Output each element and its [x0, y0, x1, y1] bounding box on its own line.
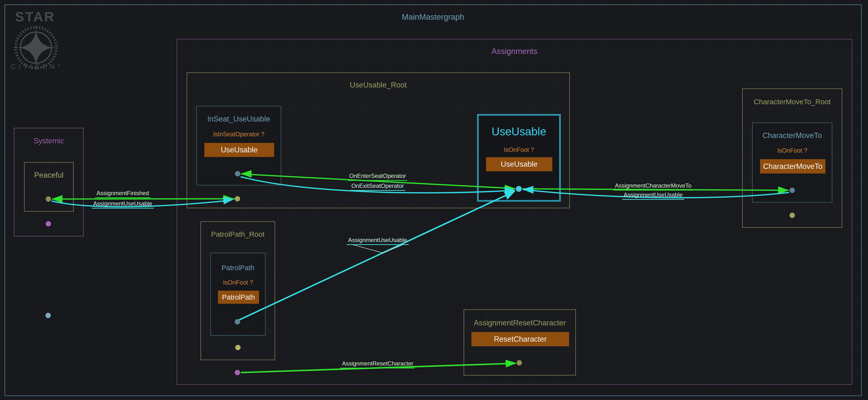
- assignments-exit-port[interactable]: [235, 370, 240, 375]
- patrol-path-root-port[interactable]: [235, 345, 241, 350]
- patrol-path-title: PatrolPath: [211, 264, 265, 272]
- canvas-port[interactable]: [45, 313, 51, 318]
- mastergraph-title: MainMastergraph: [5, 12, 861, 22]
- in-seat-use-usable-title: InSeat_UseUsable: [197, 115, 281, 123]
- graph-canvas[interactable]: STAR CITIZEN® MainMastergraph Assignment…: [0, 0, 868, 400]
- in-seat-action-button[interactable]: UseUsable: [204, 143, 274, 157]
- character-move-to-root-port[interactable]: [789, 213, 795, 218]
- edge-label-assignment-finished: AssignmentFinished: [95, 190, 150, 198]
- patrol-path-action-button[interactable]: PatrolPath: [218, 290, 259, 304]
- character-move-to-condition: IsOnFoot ?: [752, 147, 832, 154]
- edge-label-assignment-use-usable-right: AssignmentUseUsable: [622, 191, 684, 200]
- assignment-reset-character-group[interactable]: AssignmentResetCharacter ResetCharacter: [464, 309, 576, 375]
- peaceful-node[interactable]: Peaceful: [24, 162, 74, 212]
- use-usable-root-port[interactable]: [235, 196, 240, 202]
- reset-character-port[interactable]: [517, 360, 522, 366]
- peaceful-port[interactable]: [46, 196, 51, 202]
- character-move-to-port[interactable]: [789, 188, 795, 193]
- systemic-port[interactable]: [46, 221, 51, 226]
- use-usable-title: UseUsable: [479, 125, 559, 138]
- in-seat-condition: IsInSeatOperator ?: [197, 131, 281, 138]
- assignments-title: Assignments: [177, 47, 852, 56]
- patrol-path-condition: IsOnFoot ?: [211, 279, 265, 286]
- character-move-to-action-button[interactable]: CharacterMoveTo: [760, 159, 826, 174]
- assignment-reset-character-title: AssignmentResetCharacter: [464, 318, 576, 327]
- character-move-to-title: CharacterMoveTo: [752, 131, 832, 140]
- edge-label-assignment-use-usable-patrol: AssignmentUseUsable: [347, 237, 409, 245]
- use-usable-port[interactable]: [516, 186, 522, 192]
- patrol-path-port[interactable]: [235, 319, 240, 325]
- edge-label-on-exit-seat-operator: OnExitSeatOperator: [350, 183, 405, 191]
- edge-label-assignment-reset-character: AssignmentResetCharacter: [340, 360, 414, 368]
- edge-label-assignment-character-move-to: AssignmentCharacterMoveTo: [614, 182, 693, 190]
- use-usable-root-title: UseUsable_Root: [187, 81, 569, 89]
- peaceful-title: Peaceful: [25, 171, 73, 180]
- use-usable-condition: IsOnFoot ?: [479, 146, 559, 153]
- edge-label-on-enter-seat-operator: OnEnterSeatOperator: [348, 173, 407, 181]
- edge-label-assignment-use-usable-left: AssignmentUseUsable: [92, 200, 154, 209]
- patrol-path-root-title: PatrolPath_Root: [201, 230, 275, 238]
- reset-character-action-button[interactable]: ResetCharacter: [471, 332, 569, 346]
- character-move-to-root-title: CharacterMoveTo_Root: [743, 98, 842, 106]
- systemic-title: Systemic: [14, 136, 83, 145]
- in-seat-use-usable-port[interactable]: [235, 171, 240, 177]
- use-usable-action-button[interactable]: UseUsable: [486, 157, 552, 171]
